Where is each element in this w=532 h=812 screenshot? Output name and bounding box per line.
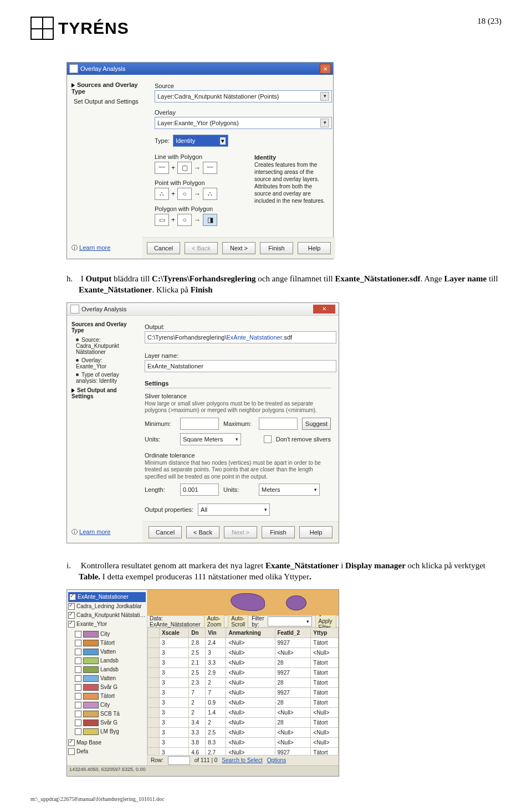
- next-button[interactable]: Next >: [222, 242, 255, 254]
- grid-footer: Row: of 111 | 0 Search to Select Options: [147, 755, 339, 765]
- sliver-label: Sliver tolerance: [145, 393, 331, 399]
- dialog-icon: [69, 64, 78, 73]
- learn-more-link[interactable]: Learn more: [79, 244, 110, 251]
- grid-toolbar: Data: ExAnte_Nätstationer Auto-Zoom Auto…: [147, 615, 339, 628]
- autoscroll-button[interactable]: Auto-Scroll: [228, 614, 248, 629]
- units-select[interactable]: Square Meters▾: [180, 433, 241, 445]
- next-button[interactable]: Next >: [224, 526, 257, 538]
- info-icon: ⓘ: [71, 528, 78, 535]
- footer-path: m:\_uppdrag\226758\manual\förhandsregler…: [30, 796, 165, 802]
- logo-text: TYRÉNS: [58, 19, 129, 38]
- status-bar: 143248.4050, 6320597.6325, 0.00: [67, 765, 339, 776]
- suggest-button[interactable]: Suggest: [302, 418, 331, 430]
- dialog-title: Overlay Analysis: [81, 306, 126, 312]
- options-link[interactable]: Options: [267, 757, 286, 763]
- titlebar: Overlay Analysis ✕: [67, 63, 333, 75]
- logo-icon: [30, 17, 54, 40]
- wizard-steps: Sources and Overlay Type Source: Cadra_K…: [67, 316, 137, 522]
- dont-remove-checkbox[interactable]: [264, 435, 272, 443]
- help-button[interactable]: Help: [299, 526, 332, 538]
- logo: TYRÉNS: [30, 17, 129, 40]
- source-select[interactable]: Layer:Cadra_Knutpunkt Nätstationer (Poin…: [155, 90, 332, 102]
- output-label: Output:: [145, 323, 331, 330]
- ordinate-label: Ordinate tolerance: [145, 452, 331, 459]
- type-select[interactable]: Identity▾: [173, 135, 228, 147]
- type-description: Identity Creates features from the inter…: [254, 153, 326, 232]
- data-grid[interactable]: XscaleDnVinAnmarkningFeatId_2Yttyp 32.82…: [147, 628, 339, 755]
- help-button[interactable]: Help: [298, 242, 331, 254]
- autozoom-button[interactable]: Auto-Zoom: [204, 614, 225, 629]
- info-icon: ⓘ: [71, 244, 78, 251]
- layer-name-label: Layer name:: [145, 352, 331, 359]
- ord-units-select[interactable]: Meters▾: [259, 484, 320, 496]
- back-button[interactable]: < Back: [186, 526, 219, 538]
- min-field[interactable]: [180, 418, 219, 430]
- screenshot-overlay-step2: Overlay Analysis ✕ Sources and Overlay T…: [66, 302, 339, 544]
- type-label: Type:: [155, 137, 170, 144]
- ordinate-desc: Minimum distance that two nodes (vertice…: [145, 460, 331, 481]
- layer-name-field[interactable]: ExAnte_Natstationer: [145, 360, 336, 372]
- layer-tree[interactable]: ExAnte_Natstationer Cadra_Ledning Jordka…: [67, 590, 147, 765]
- output-props-select[interactable]: All▾: [198, 503, 270, 516]
- paragraph-i: i. Kontrollera resultatet genom att mark…: [66, 560, 502, 583]
- dialog-title: Overlay Analysis: [80, 65, 125, 72]
- filter-select[interactable]: ▾: [268, 616, 312, 626]
- finish-button[interactable]: Finish: [262, 526, 295, 538]
- sliver-desc: How large or small sliver polygons must …: [145, 400, 331, 414]
- source-label: Source: [155, 83, 326, 89]
- row-field[interactable]: [168, 756, 190, 765]
- cancel-button[interactable]: Cancel: [149, 526, 182, 538]
- dialog-icon: [70, 305, 79, 314]
- learn-more-link[interactable]: Learn more: [79, 528, 110, 535]
- close-button[interactable]: ✕: [320, 64, 331, 74]
- search-to-select-link[interactable]: Search to Select: [222, 757, 262, 763]
- overlay-select[interactable]: Layer:Exante_Ytor (Polygons)▾: [155, 117, 332, 129]
- overlay-label: Overlay: [155, 109, 326, 116]
- settings-header: Settings: [145, 380, 331, 388]
- output-field[interactable]: C:\Tyrens\Forhandsreglering\ExAnte_Natst…: [145, 331, 336, 343]
- cancel-button[interactable]: Cancel: [147, 242, 180, 254]
- max-field[interactable]: [259, 418, 298, 430]
- length-field[interactable]: 0.001: [180, 484, 219, 496]
- paragraph-h: h. I Output bläddra till C:\Tyrens\Forha…: [66, 273, 502, 296]
- page-number: 18 (23): [477, 17, 502, 26]
- close-button[interactable]: ✕: [313, 305, 335, 314]
- type-diagrams: Line with Polygon〰+▢→〰 Point with Polygo…: [155, 153, 238, 232]
- screenshot-display-manager: ExAnte_Natstationer Cadra_Ledning Jordka…: [66, 589, 339, 777]
- finish-button[interactable]: Finish: [260, 242, 293, 254]
- screenshot-overlay-step1: Overlay Analysis ✕ Sources and Overlay T…: [66, 62, 334, 259]
- titlebar: Overlay Analysis ✕: [67, 303, 339, 316]
- wizard-steps: Sources and Overlay Type Set Output and …: [67, 75, 148, 237]
- map-preview: [147, 590, 339, 615]
- back-button[interactable]: < Back: [185, 242, 218, 254]
